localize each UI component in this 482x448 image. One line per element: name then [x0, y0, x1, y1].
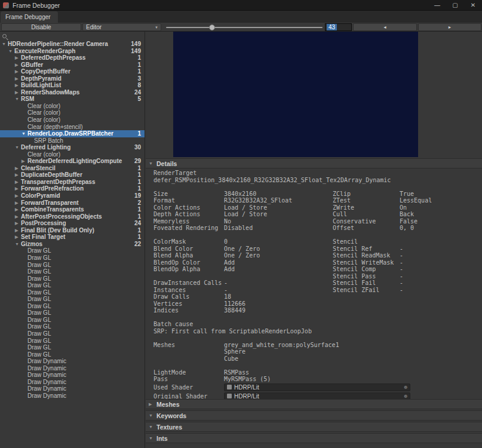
tree-item-label: Draw GL [27, 268, 51, 275]
tree-item[interactable]: ▼Deferred Lighting30 [0, 144, 145, 151]
foldout-arrow-icon[interactable]: ▶ [15, 68, 21, 75]
tree-item[interactable]: ▼HDRenderPipeline::Render Camera149 [0, 41, 145, 48]
tab-frame-debugger[interactable]: Frame Debugger [1, 11, 58, 23]
tree-search-input[interactable] [0, 32, 145, 41]
tree-item[interactable]: Draw GL [0, 262, 145, 269]
tree-item[interactable]: Clear (color) [0, 151, 145, 158]
foldout-arrow-icon[interactable]: ▶ [15, 200, 21, 207]
tree-item[interactable]: ▶Final Blit (Dev Build Only)1 [0, 227, 145, 234]
foldout-arrow-icon[interactable]: ▶ [22, 158, 27, 165]
foldout-arrow-icon[interactable]: ▶ [15, 227, 21, 234]
frame-slider-thumb[interactable] [209, 24, 215, 30]
tree-item[interactable]: ▼ExecuteRenderGraph149 [0, 48, 145, 55]
foldout-arrow-icon[interactable]: ▼ [8, 48, 14, 55]
tree-item[interactable]: Draw Dynamic [0, 379, 145, 386]
section-header-textures[interactable]: ▼Textures [146, 422, 482, 432]
tree-item[interactable]: ▶DeferredDepthPrepass1 [0, 54, 145, 62]
tree-item[interactable]: ▶CombineTransparents1 [0, 206, 145, 213]
next-event-button[interactable]: ► [418, 23, 481, 31]
object-picker-icon[interactable]: ⊙ [404, 394, 407, 399]
tree-item[interactable]: Draw GL [0, 247, 145, 254]
foldout-arrow-icon[interactable]: ▶ [15, 220, 21, 227]
tree-item[interactable]: ▶DepthPyramid3 [0, 75, 145, 82]
tree-item[interactable]: ▶RenderDeferredLightingCompute29 [0, 158, 145, 165]
foldout-arrow-icon[interactable]: ▶ [15, 62, 21, 69]
tree-item[interactable]: Draw GL [0, 317, 145, 324]
tree-item[interactable]: Clear (depth+stencil) [0, 124, 145, 131]
tree-item[interactable]: Draw GL [0, 289, 145, 296]
tree-item[interactable]: ▶ForwardPreRefraction1 [0, 185, 145, 192]
tree-item[interactable]: Draw GL [0, 323, 145, 330]
section-header-meshes[interactable]: ▶Meshes [146, 399, 482, 409]
tree-item[interactable]: ▶AfterPostProcessingObjects1 [0, 213, 145, 220]
tree-item[interactable]: Clear (color) [0, 109, 145, 116]
minimize-icon[interactable]: — [428, 0, 446, 10]
target-dropdown[interactable]: Editor ▼ [82, 23, 161, 31]
tree-item[interactable]: ▼RenderLoop.DrawSRPBatcher1 [0, 130, 145, 137]
foldout-arrow-icon[interactable]: ▶ [15, 213, 21, 220]
foldout-arrow-icon[interactable]: ▶ [15, 234, 21, 241]
tree-item[interactable]: Clear (color) [0, 103, 145, 110]
tree-item[interactable]: ▶TransparentDepthPrepass1 [0, 179, 145, 186]
tree-item[interactable]: Draw GL [0, 303, 145, 310]
tree-item[interactable]: Draw Dynamic [0, 358, 145, 365]
tree-item[interactable]: Draw Dynamic [0, 365, 145, 372]
foldout-arrow-icon[interactable]: ▶ [15, 192, 21, 200]
tree-item[interactable]: ▶ClearStencil1 [0, 165, 145, 172]
event-tree: ▼HDRenderPipeline::Render Camera149▼Exec… [0, 41, 145, 399]
foldout-arrow-icon[interactable]: ▼ [15, 241, 21, 248]
frame-number-input[interactable]: 43 [325, 23, 352, 31]
foldout-arrow-icon[interactable]: ▶ [15, 75, 21, 82]
tree-item[interactable]: Clear (color) [0, 116, 145, 124]
tree-item[interactable]: Draw GL [0, 330, 145, 337]
tree-item[interactable]: Draw GL [0, 254, 145, 262]
section-header-keywords[interactable]: ▼Keywords [146, 410, 482, 421]
foldout-arrow-icon[interactable]: ▶ [15, 89, 21, 96]
close-icon[interactable]: ✕ [464, 0, 482, 10]
tree-item[interactable]: ▶CopyDepthBuffer1 [0, 68, 145, 75]
details-label: ColorMask [153, 238, 224, 246]
frame-slider[interactable] [166, 27, 323, 28]
tree-item[interactable]: Draw Dynamic [0, 372, 145, 379]
foldout-arrow-icon[interactable]: ▶ [15, 82, 21, 89]
tree-item[interactable]: Draw GL [0, 344, 145, 351]
section-header-details[interactable]: ▼ Details [146, 158, 482, 168]
tree-item[interactable]: ▶ForwardTransparent2 [0, 200, 145, 207]
maximize-icon[interactable]: ▢ [446, 0, 464, 10]
tree-item[interactable]: SRP Batch [0, 137, 145, 145]
tree-item[interactable]: ▶BuildLightList8 [0, 82, 145, 89]
tree-item[interactable]: Draw GL [0, 282, 145, 289]
shader-icon [227, 394, 232, 398]
tree-item[interactable]: ▶DuplicateDepthBuffer1 [0, 171, 145, 179]
tree-item[interactable]: ▶GBuffer1 [0, 62, 145, 69]
tree-item[interactable]: Draw Dynamic [0, 392, 145, 400]
tree-item[interactable]: ▶RenderShadowMaps24 [0, 89, 145, 96]
foldout-arrow-icon[interactable]: ▼ [15, 144, 21, 151]
tree-item[interactable]: Draw GL [0, 309, 145, 317]
disable-button[interactable]: Disable [1, 23, 81, 31]
section-header-ints[interactable]: ▼Ints [146, 433, 482, 443]
tree-item[interactable]: Draw GL [0, 268, 145, 275]
foldout-arrow-icon[interactable]: ▶ [15, 206, 21, 213]
foldout-arrow-icon[interactable]: ▶ [15, 185, 21, 192]
foldout-arrow-icon[interactable]: ▼ [15, 96, 21, 103]
foldout-arrow-icon[interactable]: ▶ [15, 171, 21, 179]
tree-item[interactable]: ▶ColorPyramid19 [0, 192, 145, 200]
tree-item[interactable]: Draw GL [0, 275, 145, 283]
tree-item[interactable]: Draw Dynamic [0, 385, 145, 392]
used-shader-field[interactable]: HDRP/Lit ⊙ [224, 383, 410, 391]
tree-item[interactable]: ▼Gizmos22 [0, 241, 145, 248]
foldout-arrow-icon[interactable]: ▼ [22, 130, 27, 137]
tree-item[interactable]: Draw GL [0, 296, 145, 303]
prev-event-button[interactable]: ◄ [353, 23, 417, 31]
tree-item[interactable]: ▶Set Final Target1 [0, 234, 145, 241]
foldout-arrow-icon[interactable]: ▶ [15, 54, 21, 62]
foldout-arrow-icon[interactable]: ▶ [15, 179, 21, 186]
tree-item[interactable]: Draw GL [0, 351, 145, 358]
tree-item[interactable]: ▼RSM5 [0, 96, 145, 103]
foldout-arrow-icon[interactable]: ▼ [2, 41, 8, 48]
foldout-arrow-icon[interactable]: ▶ [15, 165, 21, 172]
object-picker-icon[interactable]: ⊙ [404, 385, 407, 390]
tree-item[interactable]: Draw GL [0, 337, 145, 345]
tree-item[interactable]: ▶PostProcessing24 [0, 220, 145, 227]
